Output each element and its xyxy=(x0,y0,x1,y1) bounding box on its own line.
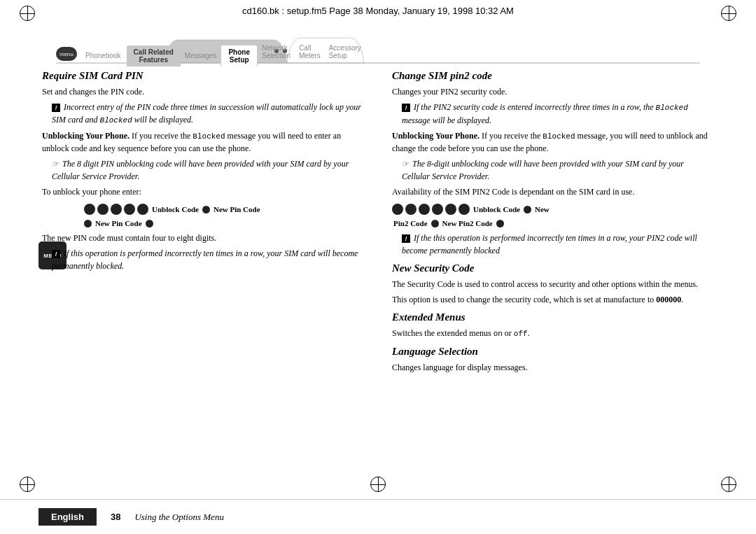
security-code: 000000 xyxy=(656,295,681,304)
section-new-security-body: The Security Code is used to control acc… xyxy=(392,278,714,306)
section-language-selection: Language Selection Changes language for … xyxy=(392,346,714,374)
pin2-button-dots-row-1: Unblock Code New xyxy=(392,204,714,215)
footer: English 38 Using the Options Menu xyxy=(0,499,756,534)
footer-description: Using the Options Menu xyxy=(134,512,223,523)
section-require-sim-body: Set and changes the PIN code. ! Incorrec… xyxy=(42,85,364,198)
pin2-dot-9 xyxy=(496,220,504,227)
section-change-sim-body2: ! If the this operation is performed inc… xyxy=(392,232,714,257)
dot-2 xyxy=(97,204,108,215)
section-language-body: Changes language for display messages. xyxy=(392,361,714,374)
pin2-dot-6 xyxy=(458,204,470,215)
reg-mark-bl xyxy=(20,477,35,492)
dot-6 xyxy=(202,206,210,213)
new-pin-label-2: New Pin Code xyxy=(95,219,142,227)
dot-7 xyxy=(84,220,92,227)
button-dots-row-2: New Pin Code xyxy=(84,219,364,227)
dot-3 xyxy=(111,204,122,215)
pin2-unblock-text: Unblocking Your Phone. If you receive th… xyxy=(392,129,714,155)
dot-5 xyxy=(137,204,148,215)
dot-1 xyxy=(84,204,95,215)
pin2-dot-4 xyxy=(432,204,443,215)
language-text: Changes language for display messages. xyxy=(392,361,714,374)
section-language-title: Language Selection xyxy=(392,346,714,358)
pin2-code-label: Pin2 Code xyxy=(393,219,428,227)
pin2-new-label: New xyxy=(535,205,550,213)
pin2-intro: Changes your PIN2 security code. xyxy=(392,85,714,98)
section-change-sim-body: Changes your PIN2 security code. ! If th… xyxy=(392,85,714,198)
page-number: 38 xyxy=(111,512,120,522)
left-column: Require SIM Card PIN Set and changes the… xyxy=(38,70,368,496)
intro-text: Set and changes the PIN code. xyxy=(42,85,364,98)
pin2-button-dots-row-2: Pin2 Code New Pin2 Code xyxy=(392,219,714,227)
tab-phonebook: Phonebook xyxy=(80,50,127,61)
pin2-new-pin2-label: New Pin2 Code xyxy=(442,219,493,227)
warn2-text: ! If this operation is performed incorre… xyxy=(42,247,364,272)
note-icon-2: ☞ xyxy=(402,158,409,170)
unblock-text: Unblocking Your Phone. If you receive th… xyxy=(42,129,364,155)
pin2-warn2: ! If the this operation is performed inc… xyxy=(392,232,714,257)
reg-mark-tl xyxy=(20,6,35,21)
reg-mark-tr xyxy=(721,6,736,21)
tab-call-related[interactable]: Call RelatedFeatures xyxy=(127,45,181,66)
new-pin-label-1: New Pin Code xyxy=(214,205,260,213)
section-change-sim-title: Change SIM pin2 code xyxy=(392,70,714,82)
pin2-warn1: ! If the PIN2 security code is entered i… xyxy=(392,101,714,127)
section-require-sim: Require SIM Card PIN Set and changes the… xyxy=(42,70,364,272)
tab-call-meters: CallMeters xyxy=(295,43,325,61)
section-new-security: New Security Code The Security Code is u… xyxy=(392,262,714,306)
pin2-dot-1 xyxy=(392,204,403,215)
security-intro: The Security Code is used to control acc… xyxy=(392,278,714,290)
section-require-sim-body2: The new PIN code must contain four to ei… xyxy=(42,232,364,272)
warn-icon-4: ! xyxy=(402,234,410,243)
header-text: cd160.bk : setup.fm5 Page 38 Monday, Jan… xyxy=(242,6,514,16)
to-unblock: To unblock your phone enter: xyxy=(42,185,364,198)
reg-mark-br xyxy=(721,477,736,492)
extended-menus-text: Switches the extended menus on or off. xyxy=(392,327,714,340)
pin2-dot-7 xyxy=(524,206,531,213)
pin2-unblock-code-label: Unblock Code xyxy=(473,205,520,213)
language-badge: English xyxy=(38,508,97,526)
section-change-sim-pin2: Change SIM pin2 code Changes your PIN2 s… xyxy=(392,70,714,257)
unblock-code-label: Unblock Code xyxy=(152,205,199,213)
security-text2: This option is used to change the securi… xyxy=(392,293,714,306)
pin2-avail-text: Availability of the SIM PIN2 Code is dep… xyxy=(392,185,714,198)
pin2-dot-3 xyxy=(419,204,430,215)
tab-phone-setup[interactable]: PhoneSetup xyxy=(220,45,258,66)
button-dots-row-1: Unblock Code New Pin Code xyxy=(84,204,364,215)
tab-network-selection: NetworkSelection xyxy=(258,43,295,61)
section-require-sim-title: Require SIM Card PIN xyxy=(42,70,364,82)
nav-tabs-container: menu Phonebook Call RelatedFeatures Mess… xyxy=(56,40,700,66)
main-content: Require SIM Card PIN Set and changes the… xyxy=(38,70,718,496)
unblock-label: Unblocking Your Phone. xyxy=(42,131,130,141)
right-column: Change SIM pin2 code Changes your PIN2 s… xyxy=(388,70,718,496)
dot-4 xyxy=(124,204,135,215)
pin2-note-text: ☞ The 8-digit unblocking code will have … xyxy=(392,157,714,183)
section-extended-menus-title: Extended Menus xyxy=(392,311,714,323)
warn-icon-3: ! xyxy=(402,104,410,112)
section-extended-menus: Extended Menus Switches the extended men… xyxy=(392,311,714,340)
pin2-dot-2 xyxy=(405,204,416,215)
tab-messages: Messages xyxy=(181,50,221,61)
pin2-dot-5 xyxy=(445,204,456,215)
dot-8 xyxy=(146,220,153,227)
nav-bar: menu Phonebook Call RelatedFeatures Mess… xyxy=(56,36,700,64)
pin2-dot-8 xyxy=(431,220,439,227)
note-icon-1: ☞ xyxy=(52,158,59,170)
warn-icon-2: ! xyxy=(52,250,60,258)
warn1-text: ! Incorrect entry of the PIN code three … xyxy=(42,101,364,127)
page-header: cd160.bk : setup.fm5 Page 38 Monday, Jan… xyxy=(35,6,721,16)
pin2-unblock-label: Unblocking Your Phone. xyxy=(392,131,479,141)
note-text: ☞ The 8 digit PIN unblocking code will h… xyxy=(42,157,364,183)
tab-accessory-setup: AccessorySetup xyxy=(325,43,365,61)
section-new-security-title: New Security Code xyxy=(392,262,714,274)
warn1-content: Incorrect entry of the PIN code three ti… xyxy=(52,102,361,125)
warn-icon-1: ! xyxy=(52,104,60,112)
section-extended-menus-body: Switches the extended menus on or off. xyxy=(392,327,714,340)
pin-length-text: The new PIN code must contain four to ei… xyxy=(42,232,364,244)
menu-nav-icon: menu xyxy=(56,47,77,61)
